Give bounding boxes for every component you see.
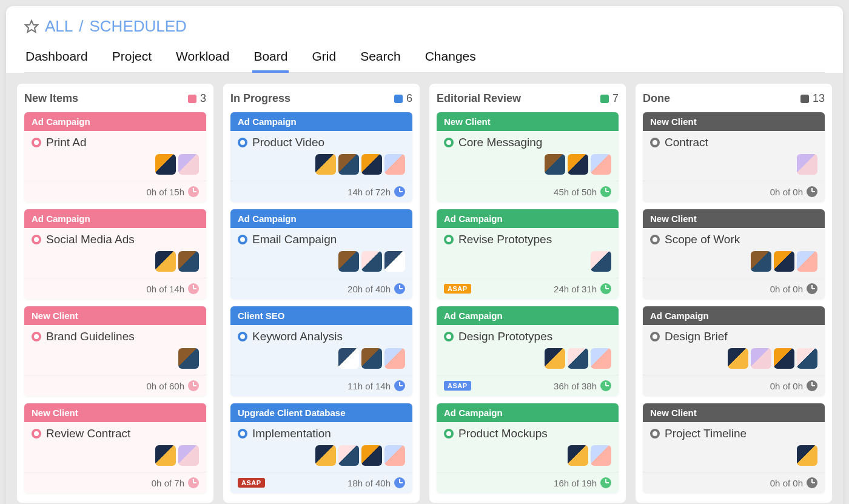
avatar[interactable] xyxy=(361,154,382,175)
card-title-row: Design Brief xyxy=(650,330,817,343)
card[interactable]: Ad CampaignDesign Brief0h of 0h xyxy=(643,306,825,396)
time-label: 0h of 0h xyxy=(770,478,803,488)
avatar[interactable] xyxy=(338,154,359,175)
avatar[interactable] xyxy=(591,154,611,175)
time-label: 16h of 19h xyxy=(554,478,597,488)
avatar[interactable] xyxy=(751,348,771,369)
card-body: Scope of Work xyxy=(643,228,825,278)
avatar[interactable] xyxy=(384,154,405,175)
card[interactable]: New ClientCore Messaging45h of 50h xyxy=(437,112,619,202)
avatars xyxy=(32,445,199,466)
avatar[interactable] xyxy=(155,251,176,272)
card[interactable]: Ad CampaignDesign PrototypesASAP36h of 3… xyxy=(437,306,619,396)
avatar[interactable] xyxy=(361,445,382,466)
card[interactable]: New ClientProject Timeline0h of 0h xyxy=(643,403,825,493)
card[interactable]: Ad CampaignEmail Campaign20h of 40h xyxy=(230,209,412,299)
avatar[interactable] xyxy=(797,445,817,466)
avatar[interactable] xyxy=(178,154,199,175)
time-label: 20h of 40h xyxy=(347,284,391,294)
avatar[interactable] xyxy=(338,445,359,466)
card-body: Brand Guidelines xyxy=(24,325,206,375)
tab-board[interactable]: Board xyxy=(252,44,289,72)
avatar[interactable] xyxy=(751,251,771,272)
avatar[interactable] xyxy=(384,251,405,272)
avatar[interactable] xyxy=(591,445,611,466)
avatar[interactable] xyxy=(338,251,359,272)
time-wrap: 0h of 60h xyxy=(146,380,199,391)
card[interactable]: Ad CampaignPrint Ad0h of 15h xyxy=(24,112,206,202)
column-count: 7 xyxy=(600,92,619,105)
star-icon[interactable] xyxy=(24,19,39,34)
avatar[interactable] xyxy=(384,348,405,369)
time-wrap: 36h of 38h xyxy=(554,380,611,391)
asap-badge: ASAP xyxy=(238,478,265,488)
card[interactable]: Ad CampaignRevise PrototypesASAP24h of 3… xyxy=(437,209,619,299)
clock-icon xyxy=(807,186,817,197)
card-title-row: Revise Prototypes xyxy=(444,233,611,246)
card-footer: 0h of 0h xyxy=(643,472,825,493)
card-title-row: Keyword Analysis xyxy=(238,330,405,343)
card[interactable]: Ad CampaignProduct Mockups16h of 19h xyxy=(437,403,619,493)
card-title: Implementation xyxy=(252,427,331,440)
time-wrap: 16h of 19h xyxy=(554,477,611,488)
avatar[interactable] xyxy=(774,251,794,272)
avatar[interactable] xyxy=(315,154,336,175)
avatar[interactable] xyxy=(568,348,588,369)
avatars xyxy=(444,154,611,175)
avatar[interactable] xyxy=(545,154,565,175)
column-color-icon xyxy=(394,95,403,103)
card[interactable]: New ClientScope of Work0h of 0h xyxy=(643,209,825,299)
tab-changes[interactable]: Changes xyxy=(424,44,477,72)
card[interactable]: Upgrade Client DatabaseImplementationASA… xyxy=(230,403,412,493)
avatar[interactable] xyxy=(155,445,176,466)
avatar[interactable] xyxy=(361,348,382,369)
avatar[interactable] xyxy=(338,348,359,369)
breadcrumb-scheduled[interactable]: SCHEDULED xyxy=(90,17,187,36)
tab-project[interactable]: Project xyxy=(111,44,153,72)
avatar[interactable] xyxy=(178,348,199,369)
tab-search[interactable]: Search xyxy=(359,44,402,72)
card[interactable]: New ClientReview Contract0h of 7h xyxy=(24,403,206,493)
tab-grid[interactable]: Grid xyxy=(310,44,337,72)
card[interactable]: Client SEOKeyword Analysis11h of 14h xyxy=(230,306,412,396)
avatar[interactable] xyxy=(155,154,176,175)
avatars xyxy=(32,154,199,175)
avatars xyxy=(32,251,199,272)
avatar[interactable] xyxy=(774,348,794,369)
card[interactable]: Ad CampaignProduct Video14h of 72h xyxy=(230,112,412,202)
avatar[interactable] xyxy=(568,154,588,175)
avatar[interactable] xyxy=(797,154,817,175)
avatar[interactable] xyxy=(178,251,199,272)
card-tag: Client SEO xyxy=(230,306,412,325)
avatar[interactable] xyxy=(315,445,336,466)
status-indicator-icon xyxy=(238,429,247,438)
avatar[interactable] xyxy=(545,348,565,369)
avatar[interactable] xyxy=(591,251,611,272)
tab-dashboard[interactable]: Dashboard xyxy=(24,44,89,72)
card[interactable]: New ClientContract0h of 0h xyxy=(643,112,825,202)
time-wrap: 0h of 0h xyxy=(770,186,817,197)
avatar[interactable] xyxy=(797,348,817,369)
card-title: Print Ad xyxy=(46,136,87,149)
status-indicator-icon xyxy=(238,235,247,244)
time-label: 0h of 15h xyxy=(146,187,184,197)
breadcrumb-all[interactable]: ALL xyxy=(45,17,73,36)
card[interactable]: New ClientBrand Guidelines0h of 60h xyxy=(24,306,206,396)
card-title-row: Print Ad xyxy=(32,136,199,149)
tab-workload[interactable]: Workload xyxy=(175,44,230,72)
card[interactable]: Ad CampaignSocial Media Ads0h of 14h xyxy=(24,209,206,299)
avatar[interactable] xyxy=(728,348,748,369)
avatar[interactable] xyxy=(178,445,199,466)
card-footer: 11h of 14h xyxy=(230,375,412,396)
avatar[interactable] xyxy=(591,348,611,369)
avatar[interactable] xyxy=(384,445,405,466)
avatar[interactable] xyxy=(361,251,382,272)
card-tag: Ad Campaign xyxy=(230,209,412,228)
time-wrap: 0h of 0h xyxy=(770,477,817,488)
avatar[interactable] xyxy=(797,251,817,272)
column-color-icon xyxy=(600,95,609,103)
breadcrumb-separator: / xyxy=(79,17,83,36)
card-title-row: Product Video xyxy=(238,136,405,149)
avatar[interactable] xyxy=(568,445,588,466)
card-footer: 14h of 72h xyxy=(230,181,412,202)
